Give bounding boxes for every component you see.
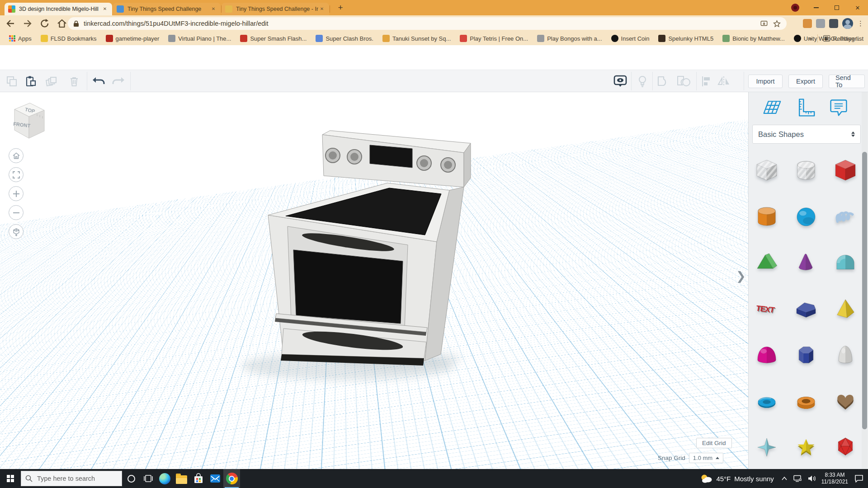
bookmark-item[interactable]: Play Bongos with a...: [537, 35, 602, 42]
view-home-button[interactable]: [9, 148, 24, 163]
shape-polygon[interactable]: [793, 296, 819, 321]
shape-cone[interactable]: [793, 250, 819, 275]
tab-close-icon[interactable]: ✕: [210, 5, 217, 13]
view-cube[interactable]: TOP FRONT: [11, 99, 49, 142]
shape-roof[interactable]: [754, 250, 779, 275]
cortana-icon[interactable]: [123, 469, 140, 488]
shape-scribble[interactable]: [833, 204, 858, 229]
redo-icon[interactable]: [111, 74, 125, 89]
bookmark-item[interactable]: gametime-player: [106, 35, 160, 42]
shape-star-5[interactable]: [793, 434, 819, 460]
bookmarks-overflow-icon[interactable]: »: [808, 35, 812, 42]
tab-close-icon[interactable]: ✕: [318, 5, 326, 13]
shape-tube[interactable]: [793, 388, 819, 413]
shape-category-dropdown[interactable]: Basic Shapes: [752, 125, 861, 144]
panel-scrollbar[interactable]: [862, 92, 868, 469]
edit-grid-button[interactable]: Edit Grid: [696, 438, 732, 448]
duplicate-icon[interactable]: [44, 74, 59, 89]
ruler-icon[interactable]: [793, 96, 817, 119]
new-tab-button[interactable]: +: [335, 2, 346, 14]
address-bar[interactable]: tinkercad.com/things/51pu4DUtMF3-incredi…: [68, 17, 787, 30]
bookmark-item[interactable]: Play Tetris | Free On...: [460, 35, 528, 42]
tray-chevron-icon[interactable]: [781, 476, 788, 481]
minimize-button[interactable]: [806, 0, 826, 15]
browser-tab-0[interactable]: 3D design Incredible Migelo-Hill✕: [5, 3, 112, 15]
shape-sphere[interactable]: [793, 204, 819, 229]
weather-widget[interactable]: 45°F Mostly sunny: [700, 474, 774, 483]
search-input[interactable]: [36, 474, 111, 483]
shape-torus[interactable]: [754, 388, 779, 413]
shape-icosahedron[interactable]: [833, 434, 858, 460]
shape-hexagonal-prism[interactable]: [793, 342, 819, 367]
browser-tab-1[interactable]: Tiny Things Speed Challenge✕: [113, 3, 221, 15]
bookmark-item[interactable]: FLSD Bookmarks: [41, 35, 97, 42]
browser-menu-icon[interactable]: ⋮: [857, 19, 863, 28]
red-circle-icon[interactable]: [791, 4, 799, 12]
action-center-icon[interactable]: [854, 474, 863, 483]
bookmark-item[interactable]: Super Smash Flash...: [240, 35, 307, 42]
zoom-in-button[interactable]: [9, 186, 24, 201]
volume-icon[interactable]: [808, 475, 816, 482]
show-all-icon[interactable]: [613, 74, 627, 89]
notes-icon[interactable]: [827, 96, 850, 119]
mail-icon[interactable]: [207, 469, 223, 488]
chrome-icon[interactable]: [223, 469, 240, 488]
zoom-out-button[interactable]: [9, 205, 24, 220]
panel-collapse-chevron-icon[interactable]: ❯: [736, 269, 746, 283]
shape-box-transparent[interactable]: [754, 158, 779, 183]
home-icon[interactable]: [55, 17, 69, 30]
browser-profile-avatar[interactable]: [842, 18, 853, 29]
shape-pyramid[interactable]: [833, 296, 858, 321]
align-icon[interactable]: [699, 74, 713, 89]
store-icon[interactable]: [190, 469, 207, 488]
browser-tab-2[interactable]: Tiny Things Speed Challenge - In✕: [222, 3, 329, 15]
taskbar-clock[interactable]: 8:33 AM 11/18/2021: [821, 472, 848, 485]
group-icon[interactable]: [656, 74, 671, 89]
shape-cylinder[interactable]: [754, 204, 779, 229]
bookmark-star-icon[interactable]: [773, 19, 781, 28]
bookmark-item[interactable]: Apps: [9, 35, 32, 42]
perspective-toggle-button[interactable]: [9, 224, 24, 239]
bookmark-item[interactable]: Super Clash Bros.: [316, 35, 373, 42]
extension-icon[interactable]: [816, 19, 825, 28]
taskbar-search[interactable]: [21, 471, 122, 486]
shape-round-roof[interactable]: [833, 250, 858, 275]
shape-box[interactable]: [833, 158, 858, 183]
back-icon[interactable]: [4, 17, 17, 30]
close-button[interactable]: ✕: [847, 0, 868, 15]
ungroup-icon[interactable]: [677, 74, 691, 89]
file-explorer-icon[interactable]: [173, 469, 190, 488]
import-button[interactable]: Import: [748, 75, 783, 88]
undo-icon[interactable]: [92, 74, 106, 89]
edge-icon[interactable]: [156, 469, 173, 488]
bookmark-item[interactable]: Tanuki Sunset by Sq...: [382, 35, 451, 42]
bookmark-item[interactable]: Spelunky HTML5: [658, 35, 713, 42]
maximize-button[interactable]: [826, 0, 847, 15]
shape-text[interactable]: TEXTTEXT: [754, 296, 779, 321]
network-icon[interactable]: [793, 475, 802, 482]
copy-icon[interactable]: [5, 74, 19, 89]
shape-silver-cone[interactable]: [833, 342, 858, 367]
export-button[interactable]: Export: [788, 75, 823, 88]
stove-model[interactable]: [0, 92, 748, 469]
snap-grid-dropdown[interactable]: 1.0 mm: [689, 453, 723, 463]
start-button[interactable]: [0, 469, 21, 488]
delete-icon[interactable]: [67, 74, 81, 89]
shape-heart[interactable]: [833, 388, 858, 413]
bookmark-item[interactable]: Bionic by Matthew...: [722, 35, 785, 42]
mirror-icon[interactable]: [717, 74, 731, 89]
forward-icon[interactable]: [21, 17, 34, 30]
paste-icon[interactable]: [24, 74, 38, 89]
extension-icon[interactable]: [803, 19, 812, 28]
reading-list-button[interactable]: Reading list: [833, 35, 863, 42]
tab-close-icon[interactable]: ✕: [101, 5, 108, 13]
workplane-icon[interactable]: [760, 96, 783, 119]
reload-icon[interactable]: [38, 17, 52, 30]
design-canvas[interactable]: TOP FRONT ❯ Edit Grid Snap Grid: [0, 92, 748, 469]
shape-paraboloid[interactable]: [754, 342, 779, 367]
task-view-icon[interactable]: [140, 469, 156, 488]
install-icon[interactable]: [760, 19, 768, 28]
bookmark-item[interactable]: Virtual Piano | The...: [168, 35, 231, 42]
send-to-button[interactable]: Send To: [829, 75, 865, 88]
bookmark-item[interactable]: Insert Coin: [611, 35, 650, 42]
